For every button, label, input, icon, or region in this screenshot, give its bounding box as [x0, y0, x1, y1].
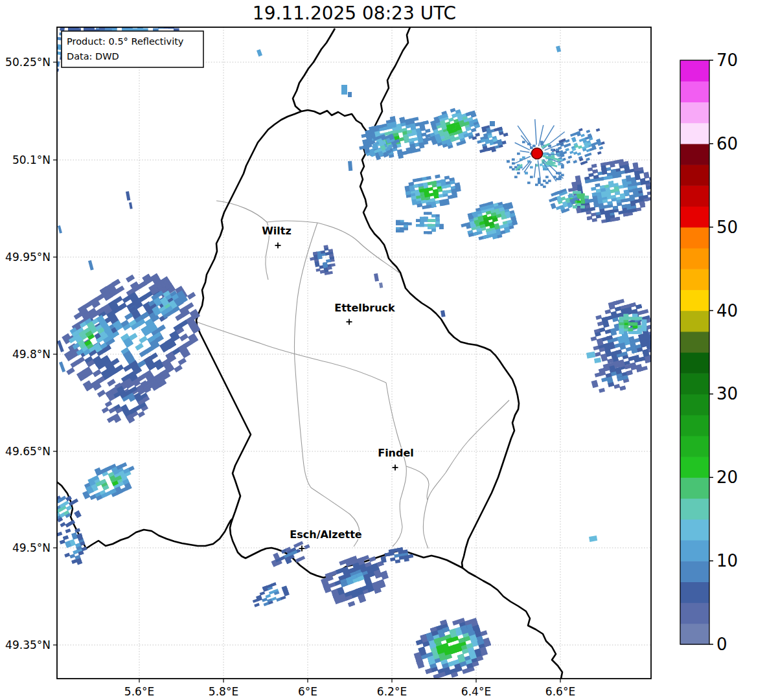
echo-cell: [634, 199, 639, 203]
echo-cell: [556, 149, 559, 152]
echo-cell: [597, 151, 602, 155]
echo-cell: [320, 270, 325, 274]
district-border-path: [196, 322, 386, 383]
echo-cell: [475, 133, 480, 137]
radar-spoke: [534, 164, 536, 178]
colorbar-segment: [680, 603, 709, 624]
echo-cell: [503, 133, 509, 137]
echo-cell: [596, 128, 601, 132]
colorbar-tick-label: 50: [716, 218, 738, 237]
y-tick-label: 50.25°N: [5, 56, 51, 69]
echo-cell: [101, 22, 107, 26]
city-labels: WiltzEttelbruckFindelEsch/Alzette: [262, 225, 414, 552]
echo-cell: [618, 185, 623, 188]
echo-cell: [417, 177, 422, 181]
echo-cell: [348, 601, 355, 607]
echo-cell: [428, 219, 432, 221]
echo-cluster: [43, 489, 87, 532]
colorbar-segment: [680, 144, 709, 165]
echo-cell: [326, 259, 330, 263]
echo-cell: [619, 317, 624, 320]
echo-cell: [577, 203, 581, 206]
echo-cell: [613, 384, 620, 389]
echo-cell: [425, 129, 431, 133]
colorbar-segment: [680, 81, 709, 102]
echo-cell: [619, 331, 624, 334]
echo-cell: [538, 182, 541, 185]
echo-cell: [588, 173, 593, 177]
echo-cell: [444, 175, 450, 179]
echo-cell: [73, 23, 79, 27]
echo-cell: [556, 178, 559, 181]
echo-cell: [595, 315, 602, 320]
echo-cell: [262, 598, 268, 602]
echo-cell: [591, 164, 597, 168]
echo-cell: [428, 231, 432, 234]
city-label: Wiltz: [262, 225, 292, 237]
echo-cell: [269, 591, 275, 595]
echo-speck: [129, 202, 133, 209]
echo-cell: [253, 598, 258, 603]
echo-cell: [637, 328, 643, 332]
colorbar-segment: [680, 248, 709, 269]
echo-cell: [543, 180, 546, 183]
echo-cluster: [619, 314, 647, 334]
echo-cell: [105, 401, 113, 407]
echo-cell: [111, 22, 117, 26]
echo-cell: [613, 300, 619, 306]
echo-cell: [595, 372, 601, 378]
echo-cell: [73, 550, 78, 554]
x-tick-label: 6.6°E: [545, 685, 575, 698]
echo-cluster: [354, 109, 435, 166]
echo-cell: [551, 149, 554, 152]
colorbar-segment: [680, 289, 709, 311]
echo-cell: [507, 161, 510, 163]
echo-cell: [280, 596, 286, 600]
echo-cell: [60, 522, 65, 527]
colorbar-segment: [680, 60, 709, 82]
echo-cell: [97, 390, 106, 398]
echo-cell: [580, 161, 585, 165]
echo-cell: [649, 354, 656, 359]
echo-cluster: [308, 244, 337, 277]
echo-cell: [435, 224, 440, 227]
district-border-path: [406, 466, 429, 500]
echo-cell: [580, 133, 585, 137]
echo-cell: [63, 536, 69, 540]
echo-cell: [548, 180, 551, 183]
echo-cell: [649, 177, 654, 181]
echo-cell: [137, 411, 145, 418]
echo-cell: [553, 197, 558, 201]
echo-cell: [618, 210, 623, 214]
colorbar-segment: [680, 519, 709, 541]
echo-cell: [512, 168, 515, 171]
echo-cell: [605, 161, 610, 165]
echo-cell: [624, 328, 629, 332]
echo-cluster: [404, 171, 463, 211]
echo-cell: [89, 23, 95, 27]
echo-cell: [111, 22, 117, 26]
echo-cell: [93, 369, 101, 377]
radar-echoes: [40, 22, 668, 687]
echo-cell: [448, 117, 454, 122]
colorbar-tick-label: 30: [716, 384, 738, 403]
echo-cell: [117, 22, 122, 26]
echo-cell: [543, 186, 546, 188]
echo-speck: [374, 273, 379, 282]
echo-cell: [420, 224, 424, 227]
echo-cell: [339, 559, 346, 565]
echo-cell: [633, 314, 638, 317]
colorbar-segment: [680, 207, 709, 228]
echo-cell: [580, 196, 585, 198]
echo-cell: [73, 23, 79, 27]
echo-cell: [96, 22, 102, 26]
echo-cell: [636, 207, 641, 211]
echo-cell: [624, 314, 629, 317]
colorbar-tick-label: 20: [716, 468, 738, 487]
echo-cell: [424, 212, 428, 214]
echo-cell: [619, 325, 624, 328]
echo-cell: [637, 310, 644, 315]
echo-cell: [564, 144, 568, 148]
echo-cell: [271, 582, 277, 587]
echo-cell: [178, 357, 187, 365]
